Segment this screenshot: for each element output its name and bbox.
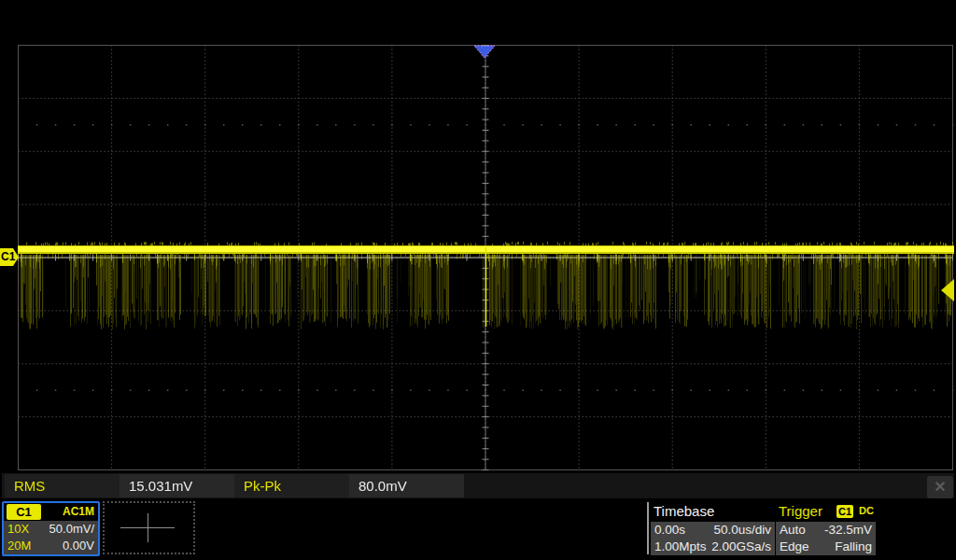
timebase-delay: 0.00s (654, 522, 685, 539)
trigger-title: Trigger (779, 502, 822, 521)
timebase-memory: 1.00Mpts (654, 539, 707, 555)
channel-1-probe: 10X (7, 521, 29, 538)
channel-1-box[interactable]: C1 AC1M 10X 50.0mV/ 20M 0.00V (2, 501, 100, 556)
panel-separator (647, 502, 649, 554)
trigger-slope: Falling (835, 539, 872, 555)
oscilloscope-screen: C1 RMS 15.031mV Pk-Pk 80.0mV ✕ C1 AC1M 1… (0, 0, 956, 560)
channel-1-badge[interactable]: C1 (7, 504, 41, 520)
measurement-1-label[interactable]: RMS (5, 474, 120, 497)
measurement-bar: RMS 15.031mV Pk-Pk 80.0mV (2, 473, 954, 498)
trigger-position-marker[interactable] (472, 45, 497, 59)
channel-1-bandwidth: 20M (7, 538, 31, 554)
trigger-mode: Auto (780, 522, 806, 539)
trigger-coupling: DC (859, 505, 874, 516)
timebase-scale: 50.0us/div (713, 522, 771, 539)
trigger-panel[interactable]: Trigger C1 DC Auto -32.5mV Edge Falling (776, 502, 876, 555)
measurement-2-value[interactable]: 80.0mV (349, 474, 464, 497)
channel-1-scale: 50.0mV/ (49, 521, 94, 538)
timebase-title: Timebase (654, 502, 714, 521)
timebase-panel[interactable]: Timebase 0.00s 50.0us/div 1.00Mpts 2.00G… (651, 502, 775, 555)
measurement-1-value[interactable]: 15.031mV (120, 474, 234, 497)
channel-1-offset: 0.00V (63, 538, 94, 554)
trigger-type: Edge (780, 539, 809, 555)
trigger-source-badge: C1 (836, 505, 853, 518)
add-channel-button[interactable] (103, 501, 195, 554)
trigger-level: -32.5mV (824, 522, 872, 539)
status-panel: C1 AC1M 10X 50.0mV/ 20M 0.00V Timebase (0, 500, 956, 560)
measurement-2-label[interactable]: Pk-Pk (234, 474, 349, 497)
timebase-sample-rate: 2.00GSa/s (711, 539, 771, 555)
trigger-level-marker[interactable] (940, 278, 955, 302)
channel-1-coupling: AC1M (63, 505, 94, 518)
close-measurements-button[interactable]: ✕ (927, 476, 953, 498)
